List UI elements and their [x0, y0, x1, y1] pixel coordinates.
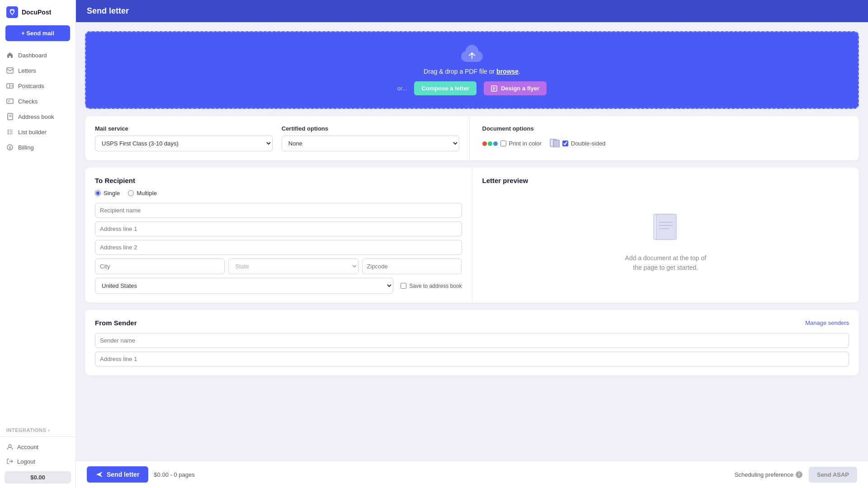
- send-letter-label: Send letter: [107, 471, 139, 478]
- upload-or-row: or... Compose a letter Design a flyer: [397, 81, 547, 95]
- sidebar-item-postcards[interactable]: Postcards: [0, 78, 75, 94]
- recipient-addr2-input[interactable]: [95, 240, 462, 255]
- address-book-icon: [6, 113, 14, 120]
- compose-letter-button[interactable]: Compose a letter: [414, 81, 476, 95]
- mail-options-row: Mail service USPS First Class (3-10 days…: [95, 125, 459, 151]
- country-save-row: United States Canada United Kingdom Aust…: [95, 278, 462, 294]
- logo-icon: [6, 6, 18, 18]
- send-asap-button[interactable]: Send ASAP: [809, 467, 857, 483]
- svg-text:$: $: [9, 145, 11, 150]
- double-sided-checkbox[interactable]: [562, 141, 568, 146]
- save-address-label[interactable]: Save to address book: [401, 283, 462, 289]
- svg-rect-30: [656, 214, 676, 239]
- page-title: Send letter: [87, 6, 857, 16]
- mail-service-section: Mail service USPS First Class (3-10 days…: [85, 116, 470, 160]
- svg-point-17: [8, 133, 9, 135]
- send-letter-button[interactable]: Send letter: [87, 466, 148, 483]
- manage-senders-link[interactable]: Manage senders: [805, 319, 849, 326]
- sidebar-item-label: Address book: [18, 113, 54, 120]
- color-dots: [482, 141, 498, 146]
- logout-label: Logout: [17, 458, 35, 465]
- upload-text: Drag & drop a PDF file or browse.: [424, 68, 520, 75]
- svg-point-21: [9, 445, 11, 447]
- doc-options-row: Print in color Double-sided: [482, 138, 847, 149]
- account-button[interactable]: Account: [0, 440, 75, 454]
- info-icon: i: [796, 471, 802, 478]
- mail-service-group: Mail service USPS First Class (3-10 days…: [95, 125, 273, 151]
- save-address-checkbox[interactable]: [401, 283, 406, 289]
- page-header: Send letter: [76, 0, 868, 22]
- mail-service-card: Mail service USPS First Class (3-10 days…: [85, 116, 859, 160]
- sender-name-input[interactable]: [95, 333, 849, 348]
- state-select[interactable]: State ALAKAZCACOFLNYTX: [228, 258, 358, 274]
- logo-text: DocuPost: [22, 9, 51, 16]
- svg-rect-0: [7, 68, 13, 73]
- postcard-icon: [6, 82, 14, 89]
- sender-card: From Sender Manage senders: [85, 310, 859, 375]
- mail-service-select[interactable]: USPS First Class (3-10 days) USPS Standa…: [95, 136, 273, 151]
- upload-area[interactable]: Drag & drop a PDF file or browse. or... …: [85, 31, 859, 109]
- home-icon: [6, 52, 14, 59]
- sidebar-item-list-builder[interactable]: List builder: [0, 124, 75, 140]
- single-radio[interactable]: [95, 190, 101, 196]
- bottom-left: Send letter $0.00 - 0 pages: [87, 466, 195, 483]
- browse-link[interactable]: browse: [496, 68, 519, 75]
- sidebar-item-label: Billing: [18, 144, 34, 151]
- double-sided-icon: [550, 138, 560, 149]
- mail-service-label: Mail service: [95, 125, 273, 132]
- sidebar-item-label: Checks: [18, 98, 38, 105]
- recipient-section: To Recipient Single Multiple State ALAKA…: [85, 168, 472, 303]
- certified-options-select[interactable]: None Certified Certified + Return Receip…: [282, 136, 459, 151]
- multiple-radio[interactable]: [128, 190, 134, 196]
- or-text: or...: [397, 85, 407, 92]
- recipient-name-input[interactable]: [95, 203, 462, 218]
- account-label: Account: [17, 444, 38, 450]
- list-builder-icon: [6, 128, 14, 136]
- print-color-option: Print in color: [482, 140, 542, 147]
- sidebar-item-label: Postcards: [18, 83, 44, 89]
- letter-preview-section: Letter preview Add a document at the top…: [472, 168, 859, 303]
- bottom-bar: Send letter $0.00 - 0 pages Scheduling p…: [76, 460, 868, 488]
- sidebar-bottom: Account Logout $0.00: [0, 436, 75, 488]
- sender-title: From Sender: [95, 319, 137, 327]
- recipient-type-row: Single Multiple: [95, 190, 462, 197]
- recipient-addr1-input[interactable]: [95, 221, 462, 236]
- sidebar-item-address-book[interactable]: Address book: [0, 109, 75, 124]
- sender-addr1-input[interactable]: [95, 352, 849, 366]
- letter-preview-title: Letter preview: [482, 177, 849, 184]
- upload-cloud-icon: [461, 45, 483, 63]
- main-content: Send letter Drag & drop a PDF file or br…: [76, 0, 868, 488]
- sidebar-item-label: Letters: [18, 67, 36, 74]
- multiple-radio-label[interactable]: Multiple: [128, 190, 157, 197]
- logout-button[interactable]: Logout: [0, 454, 75, 469]
- sidebar-item-checks[interactable]: Checks: [0, 94, 75, 109]
- sidebar-logo: DocuPost: [0, 0, 75, 23]
- balance-display: $0.00: [5, 471, 71, 483]
- sidebar-item-dashboard[interactable]: Dashboard: [0, 47, 75, 63]
- logout-icon: [6, 458, 14, 465]
- sidebar-item-letters[interactable]: Letters: [0, 63, 75, 78]
- sender-header: From Sender Manage senders: [95, 319, 849, 327]
- dot-red: [482, 141, 487, 146]
- dot-blue: [493, 141, 498, 146]
- document-options-title: Document options: [482, 125, 847, 132]
- recipient-preview-card: To Recipient Single Multiple State ALAKA…: [85, 168, 859, 303]
- zip-input[interactable]: [362, 258, 462, 274]
- double-sided-label: Double-sided: [571, 140, 606, 147]
- integrations-header[interactable]: INTEGRATIONS ›: [0, 424, 75, 436]
- country-select[interactable]: United States Canada United Kingdom Aust…: [95, 278, 393, 294]
- city-input[interactable]: [95, 258, 225, 274]
- preview-doc-icon: [652, 213, 679, 246]
- certified-options-group: Certified options None Certified Certifi…: [282, 125, 459, 151]
- print-color-checkbox[interactable]: [500, 141, 506, 146]
- sidebar-item-label: Dashboard: [18, 52, 47, 59]
- sidebar-item-billing[interactable]: $ Billing: [0, 140, 75, 155]
- account-icon: [6, 443, 14, 450]
- sidebar-item-label: List builder: [18, 129, 47, 136]
- single-radio-label[interactable]: Single: [95, 190, 120, 197]
- send-mail-button[interactable]: + Send mail: [5, 25, 70, 41]
- bottom-right: Scheduling preference i Send ASAP: [735, 467, 857, 483]
- city-state-zip-row: State ALAKAZCACOFLNYTX: [95, 258, 462, 274]
- scheduling-preference: Scheduling preference i: [735, 471, 802, 478]
- design-flyer-button[interactable]: Design a flyer: [484, 81, 547, 95]
